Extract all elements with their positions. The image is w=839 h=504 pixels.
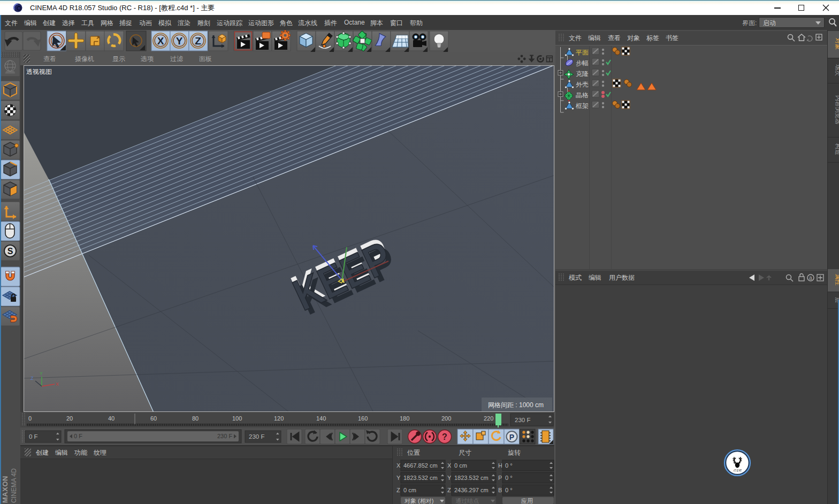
svg-text:Z: Z (447, 487, 451, 493)
svg-text:书签: 书签 (666, 34, 678, 42)
svg-text:?: ? (442, 432, 447, 441)
svg-text:P: P (498, 475, 502, 481)
svg-text:属性: 属性 (835, 274, 839, 286)
svg-text:克隆: 克隆 (576, 70, 589, 78)
svg-text:对象: 对象 (627, 34, 640, 42)
svg-text:文件: 文件 (569, 34, 582, 42)
svg-text:Z: Z (396, 487, 400, 493)
svg-text:平面: 平面 (576, 49, 589, 56)
svg-text:查看: 查看 (608, 34, 621, 42)
svg-text:Y: Y (447, 475, 452, 481)
svg-text:S: S (7, 247, 13, 256)
svg-text:0 F: 0 F (74, 433, 82, 439)
svg-text:用户数据: 用户数据 (609, 274, 635, 281)
svg-text:Y: Y (40, 371, 43, 376)
svg-text:0 °: 0 ° (505, 487, 513, 493)
svg-text:100: 100 (232, 415, 242, 422)
svg-text:20: 20 (66, 415, 73, 422)
svg-text:B: B (498, 487, 502, 493)
svg-text:旋转: 旋转 (508, 449, 521, 456)
svg-text:220: 220 (484, 415, 493, 422)
svg-text:1823.532 cm: 1823.532 cm (454, 475, 489, 481)
svg-text:0 cm: 0 cm (403, 487, 416, 493)
svg-text:160: 160 (358, 415, 368, 422)
svg-text:X: X (396, 462, 401, 469)
svg-text:H: H (498, 462, 502, 469)
svg-text:外壳: 外壳 (576, 81, 589, 88)
svg-text:120: 120 (274, 415, 284, 422)
svg-text:Y: Y (176, 35, 183, 47)
svg-text:0: 0 (28, 415, 32, 422)
svg-text:Y: Y (396, 475, 401, 481)
svg-text:尺寸: 尺寸 (459, 449, 471, 456)
svg-text:应用: 应用 (521, 498, 533, 504)
svg-text:1823.532 cm: 1823.532 cm (403, 475, 438, 481)
svg-text:X: X (56, 381, 59, 387)
svg-text:透视视图: 透视视图 (26, 68, 52, 75)
svg-text:通过结点: 通过结点 (455, 498, 479, 504)
svg-text:行走吧: 行走吧 (734, 469, 742, 472)
svg-text:80: 80 (192, 415, 199, 422)
svg-text:230 F: 230 F (515, 417, 530, 423)
svg-text:140: 140 (316, 415, 326, 422)
svg-text:60: 60 (150, 415, 157, 422)
svg-text:0 °: 0 ° (505, 475, 513, 481)
svg-text:框架: 框架 (575, 102, 589, 110)
svg-text:Z: Z (195, 35, 201, 47)
svg-text:0 cm: 0 cm (454, 462, 467, 469)
svg-text:X: X (157, 35, 164, 47)
svg-text:模式: 模式 (569, 274, 582, 281)
svg-text:编辑: 编辑 (589, 274, 601, 281)
svg-text:步幅: 步幅 (576, 59, 589, 67)
svg-text:CINEMA 4D: CINEMA 4D (10, 468, 18, 503)
svg-text:0 °: 0 ° (505, 462, 513, 469)
svg-text:X: X (447, 462, 452, 469)
svg-text:230 F: 230 F (217, 433, 232, 439)
svg-text:对象: 对象 (835, 38, 839, 50)
svg-text:4667.852 cm: 4667.852 cm (403, 462, 438, 469)
svg-text:2436.297 cm: 2436.297 cm (454, 487, 489, 493)
svg-text:构造: 构造 (835, 143, 839, 155)
svg-text:编辑: 编辑 (588, 34, 601, 42)
svg-text:内容浏览器: 内容浏览器 (835, 95, 839, 125)
svg-text:40: 40 (108, 415, 115, 422)
svg-text:0 F: 0 F (29, 433, 38, 440)
svg-text:位置: 位置 (407, 449, 420, 456)
svg-text:180: 180 (400, 415, 409, 422)
svg-text:标签: 标签 (646, 34, 659, 42)
svg-text:a: a (809, 275, 812, 281)
svg-text:场次: 场次 (835, 64, 839, 76)
svg-text:MAXON: MAXON (1, 476, 9, 503)
svg-text:网格间距 : 1000 cm: 网格间距 : 1000 cm (488, 401, 544, 409)
svg-text:Z: Z (30, 376, 34, 381)
svg-text:230 F: 230 F (249, 433, 264, 440)
svg-text:对象 (相对): 对象 (相对) (405, 498, 433, 504)
svg-text:P: P (509, 433, 514, 441)
svg-text:晶格: 晶格 (576, 91, 589, 99)
svg-text:200: 200 (441, 415, 451, 422)
